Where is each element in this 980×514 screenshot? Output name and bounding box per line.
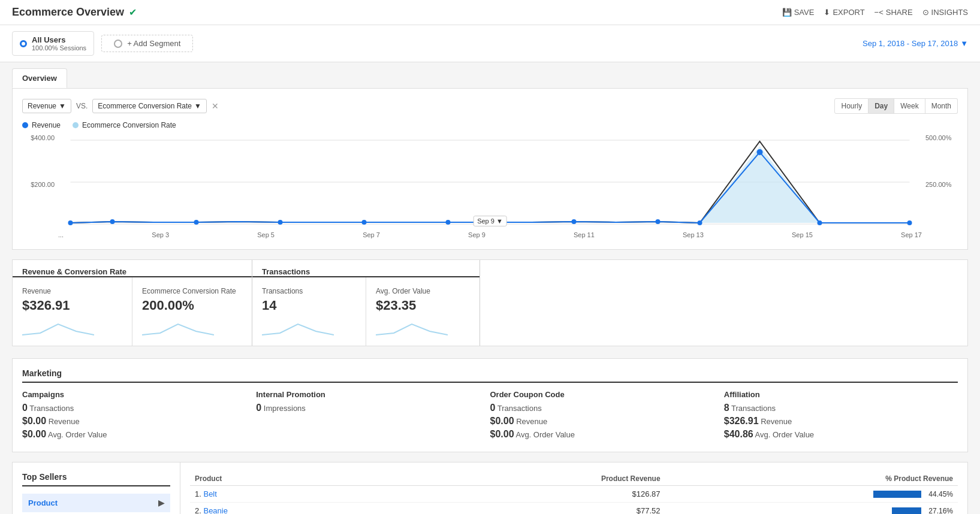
product-pct-cell: 27.16% — [665, 503, 958, 515]
y-right-label-1: 500.00% — [925, 134, 958, 141]
top-sellers-left: Top Sellers Product ▶ Product Category (… — [13, 462, 180, 514]
avg-order-value: $23.35 — [376, 298, 470, 313]
svg-point-12 — [656, 219, 661, 224]
conversion-value: 200.00% — [142, 298, 242, 313]
legend-revenue-dot — [22, 122, 28, 128]
legend-conversion: Ecommerce Conversion Rate — [73, 121, 176, 129]
product-rank: 1. — [195, 489, 201, 498]
pct-bar — [873, 491, 921, 498]
svg-marker-3 — [700, 146, 820, 223]
conversion-label: Ecommerce Conversion Rate — [142, 287, 242, 295]
month-button[interactable]: Month — [925, 98, 958, 114]
x-label-sep13: Sep 13 — [683, 231, 704, 238]
segment-bar: All Users 100.00% Sessions + Add Segment… — [0, 25, 980, 62]
transactions-metric: Transactions 14 — [252, 277, 366, 346]
x-label-sep5: Sep 5 — [257, 231, 275, 238]
campaigns-title: Campaigns — [22, 390, 244, 399]
coupon-transactions: 0 Transactions — [490, 403, 712, 413]
svg-point-4 — [68, 220, 73, 225]
svg-point-9 — [446, 220, 451, 225]
revenue-sparkline — [22, 318, 122, 336]
campaigns-transactions: 0 Transactions — [22, 403, 244, 413]
segment-dot — [20, 40, 27, 47]
transactions-label: Transactions — [262, 287, 356, 295]
verified-icon: ✔ — [129, 7, 137, 18]
day-button[interactable]: Day — [869, 98, 894, 114]
product-name-link[interactable]: Beanie — [203, 506, 227, 514]
week-button[interactable]: Week — [894, 98, 925, 114]
save-icon: 💾 — [782, 8, 792, 17]
metric2-select[interactable]: Ecommerce Conversion Rate ▼ — [92, 99, 207, 113]
chart-section: Revenue ▼ VS. Ecommerce Conversion Rate … — [12, 88, 968, 250]
vs-label: VS. — [76, 102, 88, 110]
export-button[interactable]: ⬇ EXPORT — [824, 8, 864, 17]
product-pct-cell: 44.45% — [665, 486, 958, 503]
x-axis: ... Sep 3 Sep 5 Sep 7 Sep 9 Sep 11 Sep 1… — [58, 230, 922, 240]
page-title: Ecommerce Overview — [12, 6, 124, 19]
campaigns-col: Campaigns 0 Transactions $0.00 Revenue $… — [22, 390, 256, 442]
metric2-label: Ecommerce Conversion Rate — [98, 102, 192, 110]
share-button[interactable]: −< SHARE — [875, 8, 913, 17]
metrics-row: Revenue & Conversion Rate Revenue $326.9… — [12, 259, 968, 346]
coupon-avg: $0.00 Avg. Order Value — [490, 429, 712, 440]
time-buttons: Hourly Day Week Month — [834, 98, 958, 114]
x-label-sep17: Sep 17 — [901, 231, 922, 238]
table-row: 2. Beanie $77.52 27.16% — [190, 503, 958, 515]
affiliation-title: Affiliation — [724, 390, 946, 399]
chart-svg-container: ... Sep 3 Sep 5 Sep 7 Sep 9 Sep 11 Sep 1… — [58, 134, 922, 240]
coupon-col: Order Coupon Code 0 Transactions $0.00 R… — [490, 390, 724, 442]
date-zoom-button[interactable]: Sep 9 ▼ — [473, 216, 507, 226]
product-revenue-cell: $126.87 — [440, 486, 665, 503]
bar-container: 44.45% — [670, 490, 953, 498]
x-label-sep9: Sep 9 — [468, 231, 486, 238]
product-name-link[interactable]: Belt — [203, 489, 216, 498]
conversion-metric: Ecommerce Conversion Rate 200.00% — [132, 277, 252, 346]
internal-promo-title: Internal Promotion — [256, 390, 478, 399]
chart-legend: Revenue Ecommerce Conversion Rate — [22, 121, 958, 129]
chart-controls: Revenue ▼ VS. Ecommerce Conversion Rate … — [22, 98, 958, 114]
add-segment-label: + Add Segment — [127, 39, 180, 48]
save-button[interactable]: 💾 SAVE — [782, 8, 815, 17]
sellers-nav: Product ▶ Product Category (Enhanced Eco… — [22, 494, 170, 514]
date-dropdown-icon: ▼ — [960, 39, 968, 48]
metric1-select[interactable]: Revenue ▼ — [22, 99, 71, 113]
table-row: 1. Belt $126.87 44.45% — [190, 486, 958, 503]
product-table: Product Product Revenue % Product Revenu… — [190, 472, 958, 514]
nav-product[interactable]: Product ▶ — [22, 494, 170, 512]
add-segment-button[interactable]: + Add Segment — [101, 35, 193, 52]
hourly-button[interactable]: Hourly — [834, 98, 869, 114]
legend-revenue-label: Revenue — [32, 121, 61, 129]
revenue-metric: Revenue $326.91 — [13, 277, 132, 346]
remove-metric-button[interactable]: ✕ — [212, 101, 219, 111]
main-content: Overview Revenue ▼ VS. Ecommerce Convers… — [0, 62, 980, 514]
internal-impressions: 0 Impressions — [256, 403, 478, 413]
legend-conversion-dot — [73, 122, 79, 128]
avg-order-metric: Avg. Order Value $23.35 — [366, 277, 480, 346]
transactions-sparkline — [262, 318, 356, 336]
all-users-segment[interactable]: All Users 100.00% Sessions — [12, 31, 94, 56]
affiliation-revenue: $326.91 Revenue — [724, 416, 946, 427]
y-right-label-2: 250.00% — [925, 181, 958, 188]
nav-product-label: Product — [28, 498, 58, 507]
insights-button[interactable]: ⊙ INSIGHTS — [922, 8, 968, 17]
top-bar: Ecommerce Overview ✔ 💾 SAVE ⬇ EXPORT −< … — [0, 0, 980, 25]
add-segment-circle — [114, 40, 122, 48]
bar-container: 27.16% — [670, 507, 953, 515]
date-range-selector[interactable]: Sep 1, 2018 - Sep 17, 2018 ▼ — [863, 39, 968, 48]
share-icon: −< — [875, 8, 883, 17]
legend-revenue: Revenue — [22, 121, 61, 129]
insights-icon: ⊙ — [922, 8, 929, 17]
campaigns-revenue: $0.00 Revenue — [22, 416, 244, 427]
y-axis-left: $400.00 $200.00 — [22, 134, 58, 240]
x-label-sep3: Sep 3 — [152, 231, 169, 238]
affiliation-avg: $40.86 Avg. Order Value — [724, 429, 946, 440]
campaigns-avg: $0.00 Avg. Order Value — [22, 429, 244, 440]
export-icon: ⬇ — [824, 8, 830, 17]
coupon-revenue: $0.00 Revenue — [490, 416, 712, 427]
y-axis-right: 500.00% 250.00% — [922, 134, 958, 240]
marketing-section: Marketing Campaigns 0 Transactions $0.00… — [12, 358, 968, 452]
overview-tab[interactable]: Overview — [12, 68, 67, 88]
metric-selects: Revenue ▼ VS. Ecommerce Conversion Rate … — [22, 99, 219, 113]
revenue-section-title: Revenue & Conversion Rate — [13, 260, 252, 277]
metric2-dropdown-icon: ▼ — [194, 102, 201, 110]
